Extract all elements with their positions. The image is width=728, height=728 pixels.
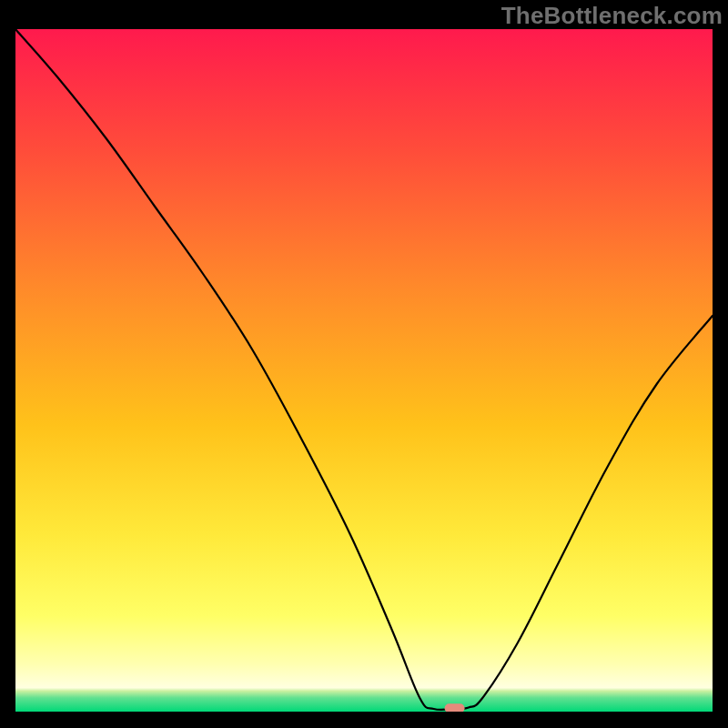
bottleneck-chart — [15, 29, 713, 712]
watermark-label: TheBottleneck.com — [501, 2, 723, 30]
optimal-marker — [445, 703, 465, 712]
chart-frame: TheBottleneck.com — [0, 0, 728, 728]
gradient-background — [15, 29, 713, 712]
